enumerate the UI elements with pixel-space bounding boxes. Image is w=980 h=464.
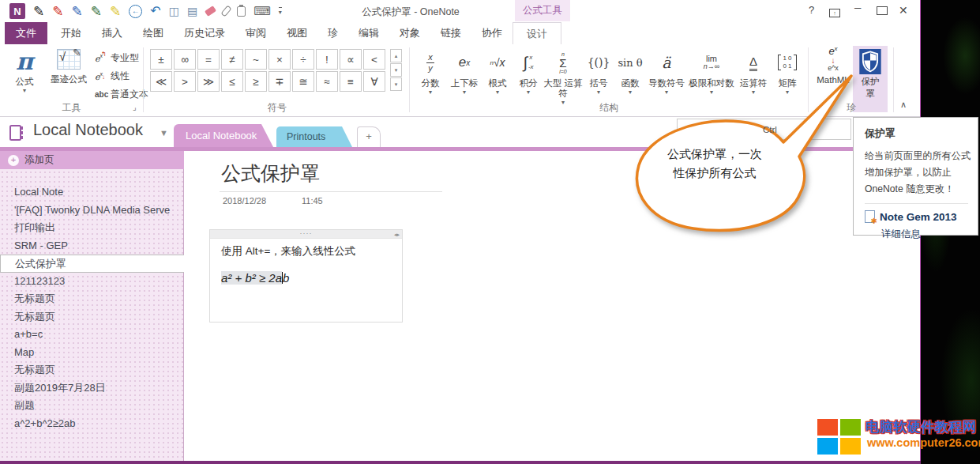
tab-edit[interactable]: 编辑 (348, 22, 389, 44)
symbol-button[interactable]: > (174, 71, 196, 92)
tooltip-details-link[interactable]: 详细信息 (881, 228, 968, 241)
tab-draw[interactable]: 绘图 (133, 22, 174, 44)
symbol-button[interactable]: ÷ (292, 49, 314, 70)
symbol-button[interactable]: ! (316, 49, 338, 70)
undo-icon[interactable]: ↶ (150, 5, 160, 17)
structure-matrix[interactable]: 1 00 1 矩阵▾ (771, 47, 804, 110)
mathml-button[interactable]: ex↓e^x MathML (813, 46, 853, 109)
close-button[interactable]: ✕ (899, 4, 908, 17)
tab-insert[interactable]: 插入 (92, 22, 133, 44)
minimize-button[interactable]: – (854, 1, 861, 13)
page-item[interactable]: 121123123 (0, 273, 184, 291)
structure-script[interactable]: ex 上下标▾ (447, 47, 482, 110)
tab-file[interactable]: 文件 (5, 22, 47, 44)
tab-home[interactable]: 开始 (51, 22, 92, 44)
page-item[interactable]: '[FAQ] Twonky DLNA Media Serve (0, 202, 184, 220)
pen-yellow-icon[interactable]: ✎ (110, 5, 121, 18)
symbol-button[interactable]: ≫ (197, 71, 220, 92)
symbol-button[interactable]: ≤ (221, 71, 243, 92)
pen-blue-icon[interactable]: ✎ (72, 5, 83, 18)
resize-handle-icon[interactable]: ◂▸ (394, 230, 400, 239)
symbol-button[interactable]: ≡ (340, 71, 362, 92)
symbol-button[interactable]: < (363, 49, 385, 70)
dock-to-desktop-icon[interactable]: ◫ (169, 5, 179, 17)
linear-button[interactable]: ex↓ 线性 (95, 67, 141, 85)
tab-link[interactable]: 链接 (430, 22, 471, 44)
attach-file-icon[interactable] (220, 5, 231, 17)
structure-radical[interactable]: n√x 根式▾ (482, 47, 513, 110)
professional-button[interactable]: ex↰ 专业型 (95, 49, 141, 67)
symbol-button[interactable]: ≅ (292, 71, 314, 92)
paste-icon[interactable] (237, 6, 246, 17)
page-item[interactable]: 无标题页 (0, 308, 184, 326)
symbols-scroll-down[interactable]: ▾ (390, 63, 402, 77)
symbol-button[interactable]: ∞ (174, 49, 196, 70)
structure-limit-log[interactable]: limn→∞ 极限和对数▾ (687, 47, 736, 110)
symbol-button[interactable]: ∝ (340, 49, 362, 70)
symbol-button[interactable]: ≈ (316, 71, 338, 92)
structure-large-operator[interactable]: nΣi=0 大型 运算符▾ (543, 47, 583, 110)
symbol-button[interactable]: ∀ (363, 71, 385, 92)
note-container[interactable]: ···· ◂▸ 使用 Alt+=，来输入线性公式 a² + b² ≥ 2ab (209, 229, 403, 323)
symbol-button[interactable]: = (197, 49, 220, 70)
structure-bracket[interactable]: {()} 括号▾ (583, 47, 614, 110)
symbol-button[interactable]: ≥ (245, 71, 267, 92)
onenote-logo-icon[interactable]: N (9, 3, 25, 19)
full-page-view-icon[interactable]: ▤ (187, 5, 197, 17)
page-item[interactable]: 无标题页 (0, 290, 184, 308)
page-item[interactable]: 无标题页 (0, 361, 184, 379)
new-section-tab[interactable]: + (357, 126, 381, 147)
page-canvas[interactable]: 公式保护罩 2018/12/28 11:45 ···· ◂▸ 使用 Alt+=，… (185, 151, 920, 461)
page-item[interactable]: a^2+b^2≥2ab (0, 415, 184, 433)
pen-green-icon[interactable]: ✎ (91, 5, 102, 18)
tab-zhen[interactable]: 珍 (317, 22, 348, 44)
symbol-button[interactable]: ± (150, 49, 172, 70)
ink-equation-button[interactable]: √✎ 墨迹公式 (44, 49, 93, 85)
tab-review[interactable]: 审阅 (235, 22, 276, 44)
back-icon[interactable]: ← (129, 5, 142, 18)
structure-accent[interactable]: ä 导数符号▾ (646, 47, 687, 110)
page-item[interactable]: 副题2019年7月28日 (0, 379, 184, 398)
tab-design-active[interactable]: 设计 (513, 22, 561, 44)
symbol-button[interactable]: ~ (245, 49, 267, 70)
equation-text[interactable]: a² + b² ≥ 2ab (221, 271, 289, 285)
tab-view[interactable]: 视图 (276, 22, 317, 44)
structure-integral[interactable]: ∫ x-x 积分▾ (513, 47, 543, 110)
tab-object[interactable]: 对象 (389, 22, 430, 44)
add-page-button[interactable]: + 添加页 (0, 151, 184, 169)
pen-black-icon[interactable]: ✎ (33, 5, 44, 18)
equation-button[interactable]: π 公式 ▾ (6, 47, 43, 94)
symbols-more[interactable]: ▾ (390, 77, 402, 91)
ribbon-display-options-button[interactable] (829, 6, 840, 18)
symbols-scroll-up[interactable]: ▴ (390, 49, 402, 62)
note-container-handle[interactable]: ···· ◂▸ (210, 230, 402, 239)
help-button[interactable]: ? (809, 4, 814, 17)
tab-collaborate[interactable]: 协作 (471, 22, 513, 44)
structure-operator[interactable]: Δ 运算符▾ (736, 47, 771, 110)
eraser-icon[interactable] (205, 6, 216, 17)
page-item[interactable]: Local Note (0, 183, 184, 202)
symbol-button[interactable]: ≪ (150, 71, 172, 92)
page-title[interactable]: 公式保护罩 (221, 160, 320, 187)
customize-qat-icon[interactable]: ▾ (279, 7, 282, 16)
tab-history[interactable]: 历史记录 (174, 22, 235, 44)
maximize-button[interactable] (877, 6, 888, 18)
notebook-dropdown[interactable]: Local Notebook (33, 121, 143, 139)
structure-function[interactable]: sin θ 函数▾ (614, 47, 646, 110)
page-item-selected[interactable]: 公式保护罩 (0, 255, 184, 273)
section-tab-printouts[interactable]: Printouts (276, 126, 352, 147)
collapse-ribbon-icon[interactable]: ∧ (900, 100, 907, 110)
symbol-button[interactable]: ∓ (268, 71, 291, 92)
structure-fraction[interactable]: xy 分数▾ (414, 47, 447, 110)
symbol-button[interactable]: × (268, 49, 291, 70)
touch-keyboard-icon[interactable]: ⌨ (253, 4, 271, 18)
page-item[interactable]: Map (0, 344, 184, 362)
page-item[interactable]: 打印输出 (0, 219, 184, 237)
page-item[interactable]: SRM - GEP (0, 237, 184, 255)
page-item[interactable]: a+b=c (0, 326, 184, 344)
symbol-button[interactable]: ≠ (221, 49, 243, 70)
note-text-line[interactable]: 使用 Alt+=，来输入线性公式 (221, 244, 355, 258)
pen-red-icon[interactable]: ✎ (52, 5, 63, 18)
page-item[interactable]: 副题 (0, 397, 184, 415)
section-tab-local-notebook[interactable]: Local Notebook (174, 124, 273, 147)
